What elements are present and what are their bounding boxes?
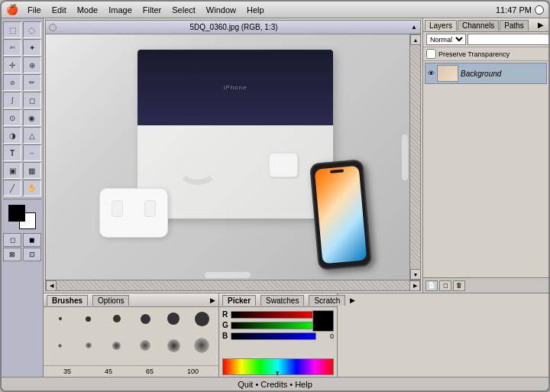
b-slider[interactable] xyxy=(231,332,316,340)
crop-tool[interactable]: ✄ xyxy=(3,39,21,56)
color-boxes[interactable] xyxy=(8,205,36,229)
blending-mode-select[interactable]: Normal xyxy=(426,34,466,45)
measure-tool[interactable]: ↔ xyxy=(23,144,41,161)
r-slider[interactable] xyxy=(231,311,316,319)
menu-help[interactable]: Help xyxy=(242,4,269,16)
zoom-tool[interactable]: ⊕ xyxy=(23,57,41,73)
brush-6[interactable] xyxy=(189,310,215,327)
layer-mask-btn[interactable]: ◻ xyxy=(439,280,451,291)
options-tab[interactable]: Options xyxy=(92,295,129,306)
paths-tab[interactable]: Paths xyxy=(500,20,529,31)
standard-mode-btn[interactable]: ◻ xyxy=(3,233,21,247)
menu-filter[interactable]: Filter xyxy=(138,4,166,16)
lasso-tool[interactable]: ◌ xyxy=(23,21,41,38)
airpods-container xyxy=(99,188,168,238)
swatches-tab[interactable]: Swatches xyxy=(260,295,304,306)
title-bar: 🍎 File Edit Mode Image Filter Select Win… xyxy=(2,2,548,18)
blur-tool[interactable]: ◉ xyxy=(23,109,41,126)
status-bar: Quit • Credits • Help xyxy=(2,377,548,390)
scroll-right-button[interactable]: ▶ xyxy=(409,280,420,291)
clone-stamp-tool[interactable]: ⊙ xyxy=(3,109,21,126)
pencil-tool[interactable]: ✏ xyxy=(23,74,41,91)
clock-icon xyxy=(535,5,544,15)
opacity-input[interactable] xyxy=(467,34,548,45)
layers-arrow[interactable]: ▶ xyxy=(535,21,547,29)
close-dot[interactable] xyxy=(49,24,57,31)
window-controls xyxy=(49,24,57,31)
menu-select[interactable]: Select xyxy=(167,4,200,16)
color-spectrum[interactable] xyxy=(222,358,334,375)
marquee-tool[interactable]: ⬚ xyxy=(3,21,21,38)
layer-name: Background xyxy=(461,70,501,78)
scroll-up-btn[interactable]: ▲ xyxy=(411,24,417,31)
scroll-down-button[interactable]: ▼ xyxy=(410,269,420,280)
quick-mask-btn[interactable]: ◼ xyxy=(23,233,41,247)
brush-11[interactable] xyxy=(160,337,187,354)
mac-window: 🍎 File Edit Mode Image Filter Select Win… xyxy=(0,0,550,392)
brush-4[interactable] xyxy=(132,310,159,327)
paintbrush-tool[interactable]: ∫ xyxy=(3,92,21,109)
brush-12[interactable] xyxy=(189,337,215,354)
brush-2[interactable] xyxy=(75,310,102,327)
mode-buttons: ◻ ◼ ⊠ ⊡ xyxy=(3,233,41,261)
type-tool[interactable]: T xyxy=(3,144,21,161)
g-slider[interactable] xyxy=(231,322,316,329)
full-screen-btn[interactable]: ⊠ xyxy=(3,248,21,261)
color-preview[interactable] xyxy=(312,310,334,332)
picker-title-bar: Picker Swatches Scratch ▶ xyxy=(219,293,337,307)
hand-tool[interactable]: ✋ xyxy=(23,180,41,196)
scroll-right[interactable] xyxy=(402,134,408,180)
channels-tab[interactable]: Channels xyxy=(458,20,499,31)
paint-bucket-tool[interactable]: ▦ xyxy=(23,162,41,179)
gradient-tool[interactable]: ▣ xyxy=(3,162,21,179)
vertical-scrollbar[interactable]: ▲ ▼ xyxy=(409,34,420,280)
pen-tool[interactable]: △ xyxy=(23,127,41,144)
brush-1[interactable] xyxy=(47,310,73,327)
brushes-tab[interactable]: Brushes xyxy=(47,295,88,306)
new-layer-btn[interactable]: 📄 xyxy=(425,280,438,291)
brush-8[interactable] xyxy=(75,337,102,354)
apple-menu-icon[interactable]: 🍎 xyxy=(6,5,17,15)
eraser-tool[interactable]: ◻ xyxy=(23,92,41,109)
brushes-arrow[interactable]: ▶ xyxy=(210,296,215,304)
scroll-up-button[interactable]: ▲ xyxy=(410,34,420,45)
horizontal-scrollbar[interactable]: ◀ ▶ xyxy=(46,280,420,290)
layers-tab[interactable]: Layers xyxy=(425,20,457,31)
layer-item-background[interactable]: 👁 Background xyxy=(425,63,547,84)
scroll-left-button[interactable]: ◀ xyxy=(46,280,57,291)
brush-3[interactable] xyxy=(103,310,130,327)
brushes-grid xyxy=(44,307,218,365)
brush-7[interactable] xyxy=(47,337,73,354)
menu-image[interactable]: Image xyxy=(104,4,137,16)
bottom-panels: Brushes Options ▶ xyxy=(44,293,548,377)
scroll-track-v[interactable] xyxy=(410,45,420,269)
menu-window[interactable]: Window xyxy=(202,4,241,16)
eyedropper-tool[interactable]: ⊘ xyxy=(3,74,21,91)
brushes-title-bar: Brushes Options ▶ xyxy=(44,293,218,307)
magic-wand-tool[interactable]: ✦ xyxy=(23,39,41,56)
picker-tab[interactable]: Picker xyxy=(222,295,256,306)
picker-arrow[interactable]: ▶ xyxy=(350,296,355,304)
layers-bottom-icons: 📄 ◻ 🗑 xyxy=(423,277,548,293)
menu-edit[interactable]: Edit xyxy=(47,4,71,16)
menu-file[interactable]: File xyxy=(23,4,46,16)
brush-9[interactable] xyxy=(103,337,130,354)
move-tool[interactable]: ✛ xyxy=(3,57,21,73)
layer-visibility-eye[interactable]: 👁 xyxy=(428,70,435,77)
scroll-bottom[interactable] xyxy=(205,272,251,278)
scratch-tab[interactable]: Scratch xyxy=(309,295,345,306)
preserve-transparency-checkbox[interactable] xyxy=(426,49,436,59)
b-value: 0 xyxy=(319,332,334,340)
line-tool[interactable]: ╱ xyxy=(3,180,21,196)
layers-mode-row: Normal xyxy=(423,32,548,47)
full-screen-menu-btn[interactable]: ⊡ xyxy=(23,248,41,261)
brush-5[interactable] xyxy=(160,310,187,327)
dodge-tool[interactable]: ◑ xyxy=(3,127,21,144)
brush-size-45: 45 xyxy=(105,368,112,375)
brush-10[interactable] xyxy=(132,337,159,354)
scroll-track-h[interactable] xyxy=(57,280,409,290)
toolbar-separator xyxy=(3,199,41,199)
menu-mode[interactable]: Mode xyxy=(73,4,103,16)
delete-layer-btn[interactable]: 🗑 xyxy=(453,280,465,291)
foreground-color-box[interactable] xyxy=(8,205,25,222)
